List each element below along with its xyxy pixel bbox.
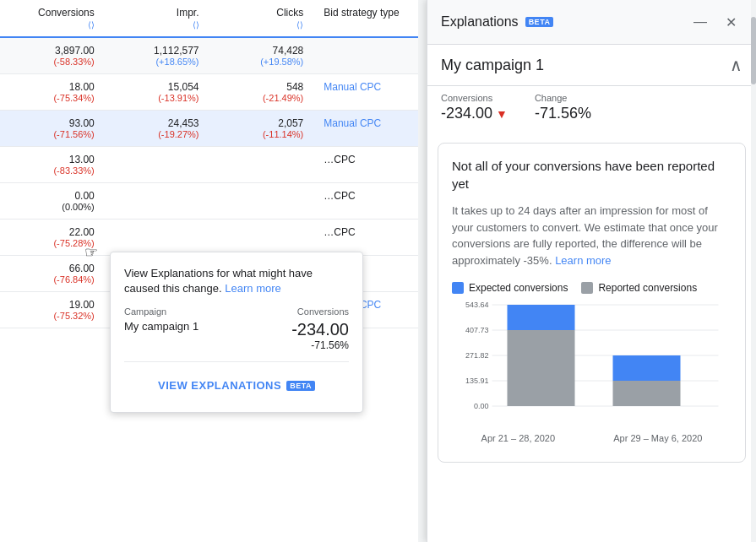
table-row: 22.00 (-75.28%) …CPC [0,220,418,256]
panel-campaign-section: My campaign 1 ∧ [427,45,756,86]
minimize-button[interactable]: — [688,10,712,34]
legend-reported-icon [581,282,593,294]
row1-clicks: 2,057 (-11.14%) [209,111,314,146]
bar2-expected [613,355,681,381]
row2-impr [105,147,209,182]
col-label-bid: Bid strategy type [324,7,399,19]
explanations-panel: Explanations BETA — ✕ My campaign 1 ∧ Co… [427,0,756,542]
metric-change: Change -71.56% [535,93,591,122]
tooltip-campaign-header: Campaign [124,306,199,317]
tooltip-conv-section: Conversions -234.00 -71.56% [291,306,349,351]
row3-conversions: 0.00 (0.00%) [0,183,105,219]
row4-impr [105,220,209,255]
view-explanations-label: VIEW EXPLANATIONS [158,379,281,392]
table-total-row: 3,897.00 (-58.33%) 1,112,577 (+18.65%) 7… [0,38,418,74]
sort-arrows-impr: ⟨⟩ [193,20,199,30]
row1-bid: Manual CPC [313,111,418,146]
total-clicks: 74,428 (+19.58%) [209,38,314,73]
tooltip-divider [124,361,349,362]
legend-reported: Reported conversions [581,282,697,294]
tooltip-conv-change: -71.56% [291,339,349,351]
bar1-expected [508,305,575,330]
row2-clicks [209,147,314,182]
metric-conversions-value: -234.00 ▼ [441,105,508,122]
col-header-bid: Bid strategy type [313,0,418,36]
row4-bid: …CPC [313,220,418,255]
table-row: 13.00 (-83.33%) …CPC [0,147,418,183]
row3-impr [105,183,209,219]
legend-reported-label: Reported conversions [598,282,697,294]
close-button[interactable]: ✕ [719,10,742,34]
col-label-impr: Impr. [177,7,199,19]
col-label-conversions: Conversions [38,7,95,19]
tooltip-campaign-section: Campaign My campaign 1 [124,306,199,351]
bar-chart: 543.64 407.73 271.82 135.91 0.00 [452,301,732,427]
col-header-impr[interactable]: Impr. ⟨⟩ [105,0,209,36]
scrollbar-thumb[interactable] [751,17,756,84]
mouse-cursor: ☞ [84,243,98,262]
legend-expected-label: Expected conversions [469,282,568,294]
metric-change-label: Change [535,93,591,103]
row2-bid: …CPC [313,147,418,182]
row2-conversions: 13.00 (-83.33%) [0,147,105,182]
col-sort-clicks[interactable]: ⟨⟩ [296,20,303,30]
row0-bid: Manual CPC [313,74,418,110]
table-header: Conversions ⟨⟩ Impr. ⟨⟩ Clicks ⟨⟩ Bid st… [0,0,418,38]
tooltip-beta-badge: BETA [286,381,315,391]
sort-arrows-clicks: ⟨⟩ [296,20,303,30]
panel-actions: — ✕ [688,10,742,34]
scrollbar[interactable] [751,0,756,542]
row1-impr: 24,453 (-19.27%) [105,111,209,146]
bar2-reported [613,381,681,406]
bar1-reported [508,330,575,406]
svg-text:407.73: 407.73 [465,326,489,334]
chart-x-label-1: Apr 21 – 28, 2020 [481,433,555,443]
legend-expected-icon [452,282,464,294]
card-learn-more-link[interactable]: Learn more [555,254,611,267]
svg-text:271.82: 271.82 [465,351,489,360]
table-row: 0.00 (0.00%) …CPC [0,183,418,220]
panel-campaign-name: My campaign 1 [441,57,544,74]
collapse-icon[interactable]: ∧ [730,55,742,75]
total-impr: 1,112,577 (+18.65%) [105,38,209,73]
view-explanations-button[interactable]: VIEW EXPLANATIONS BETA [124,372,349,398]
panel-content: Not all of your conversions have been re… [427,133,756,542]
row3-bid: …CPC [313,183,418,219]
panel-header: Explanations BETA — ✕ [427,0,756,45]
chart-x-labels: Apr 21 – 28, 2020 Apr 29 – May 6, 2020 [452,433,732,443]
total-conversions: 3,897.00 (-58.33%) [0,38,105,73]
row4-clicks [209,220,314,255]
sort-arrows-conversions: ⟨⟩ [88,20,95,30]
col-label-clicks: Clicks [276,7,303,19]
row0-clicks: 548 (-21.49%) [209,74,314,110]
panel-beta-badge: BETA [525,17,554,27]
card-body: It takes up to 24 days after an impressi… [452,203,732,268]
tooltip-campaign-name: My campaign 1 [124,320,199,333]
row0-conversions: 18.00 (-75.34%) [0,74,105,110]
down-arrow-icon: ▼ [496,107,508,121]
col-header-clicks[interactable]: Clicks ⟨⟩ [209,0,314,36]
chart-legend: Expected conversions Reported conversion… [452,282,732,294]
tooltip-conv-value: -234.00 [291,320,349,339]
legend-expected: Expected conversions [452,282,568,294]
metric-conversions-label: Conversions [441,93,508,103]
chart-area: 543.64 407.73 271.82 135.91 0.00 [452,301,732,448]
row0-impr: 15,054 (-13.91%) [105,74,209,110]
svg-text:543.64: 543.64 [465,301,489,309]
tooltip-popup: View Explanations for what might have ca… [110,252,363,413]
col-sort-impr[interactable]: ⟨⟩ [193,20,199,30]
chart-x-label-2: Apr 29 – May 6, 2020 [613,433,702,443]
panel-title-text: Explanations [441,14,519,30]
col-sort-conversions[interactable]: ⟨⟩ [88,20,95,30]
metric-conversions: Conversions -234.00 ▼ [441,93,508,122]
tooltip-learn-more-link[interactable]: Learn more [225,282,280,295]
campaign-metrics: Conversions -234.00 ▼ Change -71.56% [427,86,756,133]
table-row: 93.00 (-71.56%) 24,453 (-19.27%) 2,057 (… [0,111,418,147]
tooltip-campaign-row: Campaign My campaign 1 Conversions -234.… [124,306,349,351]
row3-clicks [209,183,314,219]
tooltip-conv-header: Conversions [291,306,349,317]
col-header-conversions[interactable]: Conversions ⟨⟩ [0,0,105,36]
panel-title: Explanations BETA [441,14,553,30]
total-bid [313,38,418,73]
table-row: 18.00 (-75.34%) 15,054 (-13.91%) 548 (-2… [0,74,418,111]
